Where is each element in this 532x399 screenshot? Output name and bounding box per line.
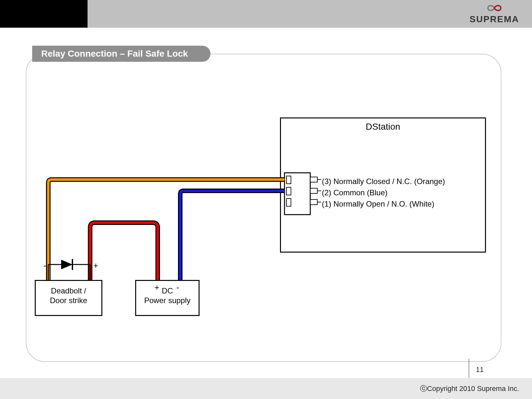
page-number: 11 xyxy=(476,366,484,374)
pin1-label: (1) Normally Open / N.O. (White) xyxy=(322,200,434,209)
dc-neg: - xyxy=(176,283,179,292)
dc-box: DC Power supply xyxy=(135,280,200,316)
lock-neg: - xyxy=(43,261,46,271)
dstation-label: DStation xyxy=(281,122,485,132)
copyright-text: ⓒCopyright 2010 Suprema Inc. xyxy=(420,384,519,394)
brand-logo: SUPREMA xyxy=(470,3,519,24)
lock-pos: + xyxy=(93,261,98,271)
section-title: Relay Connection – Fail Safe Lock xyxy=(32,46,210,62)
infinity-icon xyxy=(483,3,506,13)
lock-box: Deadbolt / Door strike xyxy=(35,280,102,316)
header-black-box xyxy=(0,0,88,28)
page-separator xyxy=(469,359,469,378)
brand-text: SUPREMA xyxy=(470,14,519,24)
lock-line1: Deadbolt / xyxy=(51,286,86,295)
dc-pos: + xyxy=(154,283,159,292)
dc-line2: Power supply xyxy=(144,296,191,305)
lock-line2: Door strike xyxy=(50,296,87,305)
pin2-label: (2) Common (Blue) xyxy=(322,188,387,197)
dc-line1: DC xyxy=(162,286,173,295)
footer-bar: ⓒCopyright 2010 Suprema Inc. xyxy=(0,378,532,399)
pin3-label: (3) Normally Closed / N.C. (Orange) xyxy=(322,177,445,186)
